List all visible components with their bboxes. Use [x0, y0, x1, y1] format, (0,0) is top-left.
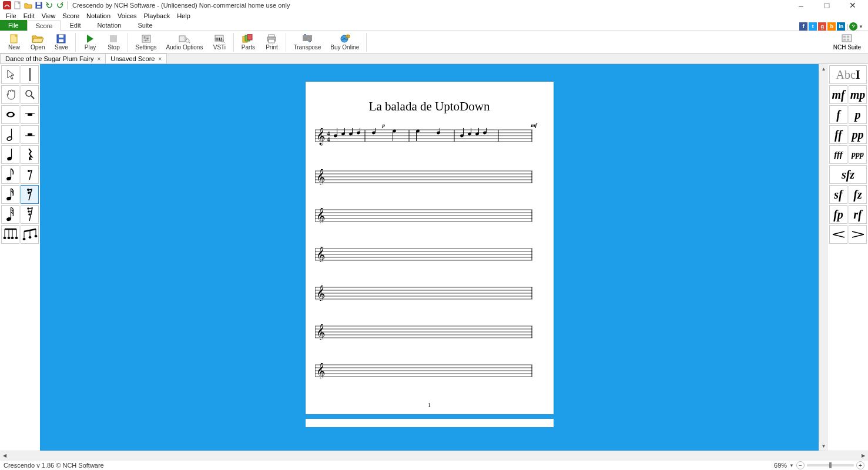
blogger-icon[interactable]: b: [827, 22, 836, 31]
close-tab-icon[interactable]: ×: [158, 56, 162, 62]
toolbar-transpose[interactable]: Transpose: [289, 32, 326, 53]
left-tool-palette: [0, 64, 40, 451]
minimize-button[interactable]: –: [788, 0, 814, 11]
toolbar-print[interactable]: Print: [260, 32, 283, 53]
parts-icon: [242, 33, 254, 44]
new-doc-icon[interactable]: [13, 1, 22, 10]
linkedin-icon[interactable]: in: [837, 22, 845, 31]
menu-edit[interactable]: Edit: [20, 12, 38, 19]
scroll-down-icon[interactable]: ▼: [819, 441, 828, 451]
dynamic-fff[interactable]: fff: [829, 145, 847, 164]
toolbar-new[interactable]: New: [2, 32, 26, 53]
text-tool[interactable]: AbcI: [829, 65, 867, 84]
open-icon[interactable]: [24, 1, 33, 10]
doc-tab-sugar-plum[interactable]: Dance of the Sugar Plum Fairy ×: [0, 53, 106, 63]
ribbon-toolbar: New Open Save Play Stop Settings Audio O…: [0, 31, 868, 53]
toolbar-buy-online[interactable]: $ Buy Online: [326, 32, 364, 53]
zoom-out-button[interactable]: −: [796, 461, 805, 469]
close-button[interactable]: ✕: [840, 0, 866, 11]
menu-voices[interactable]: Voices: [114, 12, 140, 19]
dynamic-sfz[interactable]: sfz: [829, 165, 867, 184]
sixteenth-rest-tool[interactable]: [21, 185, 39, 204]
ribbon-tab-suite[interactable]: Suite: [129, 20, 160, 31]
facebook-icon[interactable]: f: [799, 22, 807, 31]
dynamic-mf[interactable]: mf: [829, 85, 847, 104]
toolbar-play[interactable]: Play: [78, 32, 102, 53]
canvas-scroll[interactable]: La balada de UptoDown p mf: [40, 64, 819, 451]
sixteenth-note-tool[interactable]: [1, 185, 19, 204]
decrescendo-tool[interactable]: [849, 225, 867, 244]
twitter-icon[interactable]: t: [809, 22, 817, 31]
whole-rest-tool[interactable]: [21, 105, 39, 124]
toolbar-audio-options[interactable]: Audio Options: [162, 32, 208, 53]
crescendo-tool[interactable]: [829, 225, 847, 244]
score-page[interactable]: La balada de UptoDown p mf: [306, 82, 554, 414]
toolbar-vsti[interactable]: VSTi: [207, 32, 231, 53]
dynamic-fz[interactable]: fz: [849, 185, 867, 204]
dynamic-p[interactable]: p: [849, 105, 867, 124]
dynamic-mezzoforte: mf: [531, 122, 537, 128]
svg-line-26: [223, 42, 224, 43]
menu-playback[interactable]: Playback: [140, 12, 174, 19]
redo-icon[interactable]: [55, 1, 65, 10]
scroll-up-icon[interactable]: ▲: [819, 64, 828, 73]
half-note-tool[interactable]: [1, 125, 19, 144]
ribbon-file-tab[interactable]: File: [0, 20, 27, 31]
menu-notation[interactable]: Notation: [83, 12, 114, 19]
dynamic-rf[interactable]: rf: [849, 205, 867, 224]
beam-group-tool[interactable]: [1, 225, 19, 244]
quarter-note-tool[interactable]: [1, 145, 19, 164]
zoom-value: 69%: [774, 462, 787, 469]
half-rest-tool[interactable]: [21, 125, 39, 144]
toolbar-stop[interactable]: Stop: [102, 32, 125, 53]
dynamic-pp[interactable]: pp: [849, 125, 867, 144]
scroll-right-icon[interactable]: ▶: [859, 451, 868, 461]
dynamic-f[interactable]: f: [829, 105, 847, 124]
barline-tool[interactable]: [21, 65, 39, 84]
zoom-dropdown-icon[interactable]: ▼: [789, 463, 794, 468]
toolbar-parts[interactable]: Parts: [236, 32, 260, 53]
zoom-tool[interactable]: [21, 85, 39, 104]
doc-tab-unsaved[interactable]: Unsaved Score ×: [105, 53, 167, 63]
zoom-in-button[interactable]: +: [856, 461, 864, 469]
right-tool-palette: AbcI mf mp f p ff pp fff ppp sfz sf fz f…: [828, 64, 868, 451]
svg-rect-4: [37, 6, 41, 8]
menu-help[interactable]: Help: [173, 12, 194, 19]
nch-suite-button[interactable]: NCH Suite: [829, 32, 866, 52]
beam-notes-tool[interactable]: [21, 225, 39, 244]
ribbon-tab-score[interactable]: Score: [27, 21, 62, 31]
menu-score[interactable]: Score: [59, 12, 83, 19]
vertical-scrollbar[interactable]: ▲ ▼: [819, 64, 828, 451]
undo-icon[interactable]: [45, 1, 54, 10]
quarter-rest-tool[interactable]: [21, 145, 39, 164]
menu-file[interactable]: File: [2, 12, 20, 19]
whole-note-tool[interactable]: [1, 105, 19, 124]
ribbon-tab-edit[interactable]: Edit: [61, 20, 89, 31]
horizontal-scrollbar[interactable]: ◀ ▶: [0, 451, 868, 460]
save-icon[interactable]: [34, 1, 43, 10]
googleplus-icon[interactable]: g: [818, 22, 826, 31]
dynamic-ppp[interactable]: ppp: [849, 145, 867, 164]
toolbar-save[interactable]: Save: [49, 32, 73, 53]
toolbar-settings[interactable]: Settings: [130, 32, 161, 53]
eighth-rest-tool[interactable]: [21, 165, 39, 184]
dynamic-mp[interactable]: mp: [849, 85, 867, 104]
eighth-note-tool[interactable]: [1, 165, 19, 184]
toolbar-open[interactable]: Open: [26, 32, 49, 53]
ribbon-tab-notation[interactable]: Notation: [89, 20, 129, 31]
thirtysecond-rest-tool[interactable]: [21, 205, 39, 224]
hand-tool[interactable]: [1, 85, 19, 104]
dynamic-ff[interactable]: ff: [829, 125, 847, 144]
maximize-button[interactable]: □: [814, 0, 840, 11]
cursor-tool[interactable]: [1, 65, 19, 84]
menu-view[interactable]: View: [38, 12, 59, 19]
close-tab-icon[interactable]: ×: [97, 56, 100, 62]
help-icon[interactable]: ?: [849, 22, 857, 31]
dynamic-sf[interactable]: sf: [829, 185, 847, 204]
score-page-2-peek[interactable]: [306, 419, 554, 427]
scroll-left-icon[interactable]: ◀: [0, 451, 9, 461]
thirtysecond-note-tool[interactable]: [1, 205, 19, 224]
svg-point-85: [28, 236, 31, 239]
zoom-slider[interactable]: [807, 464, 854, 466]
dynamic-fp[interactable]: fp: [829, 205, 847, 224]
